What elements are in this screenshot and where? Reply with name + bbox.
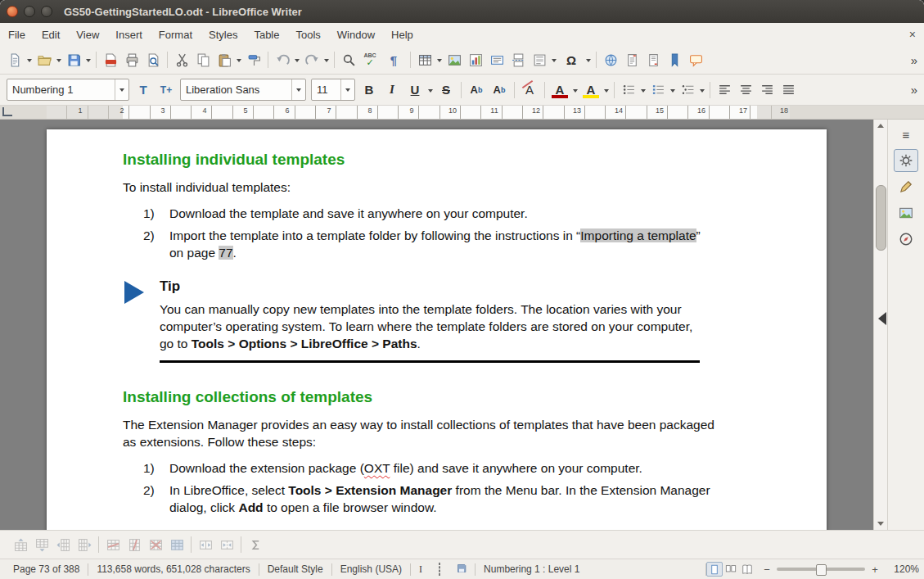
document-canvas[interactable]: Installing individual templates To insta… — [0, 120, 873, 530]
document-content[interactable]: Installing individual templates To insta… — [47, 129, 778, 516]
open-file-icon[interactable] — [34, 49, 55, 70]
paste-dropdown[interactable] — [235, 49, 243, 70]
tab-stop-selector-icon[interactable] — [2, 107, 12, 116]
font-name-dropdown[interactable] — [291, 79, 305, 100]
new-style-icon[interactable]: T+ — [155, 79, 178, 101]
window-close-button[interactable] — [7, 6, 18, 17]
page-number-field[interactable]: 77 — [219, 246, 232, 260]
superscript-button[interactable]: Ab — [465, 79, 488, 101]
list-text[interactable]: Import the template into a template fold… — [169, 227, 710, 261]
intro-paragraph-1[interactable]: To install individual templates: — [123, 179, 778, 196]
sidebar-properties-icon[interactable] — [894, 149, 918, 172]
select-table-icon[interactable] — [166, 534, 187, 555]
new-document-icon[interactable] — [4, 49, 25, 70]
insert-chart-icon[interactable] — [465, 49, 486, 70]
heading-installing-individual-templates[interactable]: Installing individual templates — [123, 150, 778, 170]
window-maximize-button[interactable] — [41, 6, 52, 17]
redo-dropdown[interactable] — [322, 49, 331, 70]
numbered-list-icon[interactable] — [647, 79, 669, 101]
align-justify-icon[interactable] — [778, 79, 799, 101]
spelling-icon[interactable]: ABC ✓ — [359, 49, 381, 70]
bullet-list-dropdown[interactable] — [639, 79, 647, 101]
text-language[interactable]: English (USA) — [332, 563, 410, 575]
save-dropdown[interactable] — [84, 49, 92, 70]
align-center-icon[interactable] — [735, 79, 756, 101]
align-left-icon[interactable] — [714, 79, 735, 101]
delete-column-icon[interactable] — [124, 534, 145, 555]
document-close-button[interactable]: × — [909, 28, 916, 41]
list-item[interactable]: 2) Import the template into a template f… — [143, 227, 778, 261]
font-size-combobox[interactable]: 11 — [311, 79, 355, 101]
font-size-value[interactable]: 11 — [312, 84, 340, 96]
menu-view[interactable]: View — [68, 25, 107, 45]
insert-row-above-icon[interactable] — [10, 534, 31, 555]
zoom-slider-handle[interactable] — [816, 564, 827, 576]
cross-reference-field[interactable]: Importing a template — [580, 228, 696, 242]
insert-image-icon[interactable] — [444, 49, 465, 70]
font-color-dropdown[interactable] — [571, 79, 579, 101]
underline-dropdown[interactable] — [426, 79, 435, 101]
multi-page-view-icon[interactable] — [723, 562, 739, 577]
zoom-out-button[interactable]: − — [762, 563, 772, 576]
book-view-icon[interactable] — [739, 562, 755, 577]
list-text[interactable]: In LibreOffice, select Tools > Extension… — [169, 482, 734, 516]
menu-file[interactable]: File — [0, 25, 34, 45]
tip-text[interactable]: You can manually copy new templates into… — [160, 301, 700, 352]
bullet-list-icon[interactable] — [618, 79, 639, 101]
page-indicator[interactable]: Page 73 of 388 — [5, 563, 88, 575]
document-modified-icon[interactable] — [448, 563, 475, 576]
insert-table-icon[interactable] — [414, 49, 435, 70]
list-text[interactable]: Download the extension package (OXT file… — [169, 459, 734, 477]
document-page[interactable]: Installing individual templates To insta… — [47, 129, 827, 530]
scroll-up-button[interactable] — [874, 120, 887, 132]
numbered-list-dropdown[interactable] — [669, 79, 677, 101]
print-preview-icon[interactable] — [142, 49, 164, 70]
paragraph-style-combobox[interactable]: Numbering 1 — [7, 79, 129, 101]
menu-window[interactable]: Window — [329, 25, 383, 45]
zoom-percentage[interactable]: 120% — [886, 563, 919, 575]
font-name-value[interactable]: Liberation Sans — [181, 84, 291, 96]
insert-page-break-icon[interactable] — [507, 49, 529, 70]
window-minimize-button[interactable] — [24, 6, 35, 17]
clear-formatting-button[interactable]: A — [518, 79, 541, 101]
sum-icon[interactable] — [245, 534, 266, 555]
export-pdf-icon[interactable] — [100, 49, 121, 70]
insert-footnote-icon[interactable] — [621, 49, 642, 70]
font-color-button[interactable]: A — [548, 79, 571, 101]
insert-table-dropdown[interactable] — [435, 49, 444, 70]
selection-mode-icon[interactable] — [430, 563, 448, 575]
special-character-dropdown[interactable] — [584, 49, 593, 70]
paragraph-style-value[interactable]: Numbering 1 — [7, 84, 115, 96]
paste-icon[interactable] — [214, 49, 235, 70]
sidebar-styles-icon[interactable] — [894, 175, 918, 198]
intro-paragraph-2[interactable]: The Extension Manager provides an easy w… — [123, 416, 716, 450]
print-icon[interactable] — [121, 49, 142, 70]
menu-insert[interactable]: Insert — [107, 25, 151, 45]
menu-table[interactable]: Table — [246, 25, 287, 45]
insert-hyperlink-icon[interactable] — [600, 49, 621, 70]
delete-row-icon[interactable] — [102, 534, 124, 555]
formatting-marks-icon[interactable]: ¶ — [381, 49, 407, 70]
list-item[interactable]: 2) In LibreOffice, select Tools > Extens… — [143, 482, 778, 516]
insert-endnote-icon[interactable] — [642, 49, 664, 70]
split-cells-icon[interactable] — [216, 534, 237, 555]
insert-field-dropdown[interactable] — [550, 49, 558, 70]
zoom-slider[interactable] — [777, 568, 865, 571]
highlight-color-button[interactable]: A — [579, 79, 602, 101]
outline-list-icon[interactable] — [677, 79, 698, 101]
tip-note[interactable]: Tip You can manually copy new templates … — [124, 278, 778, 363]
list-item[interactable]: 1) Download the extension package (OXT f… — [143, 459, 778, 477]
copy-icon[interactable] — [192, 49, 214, 70]
open-file-dropdown[interactable] — [55, 49, 63, 70]
sidebar-settings-icon[interactable]: ≡ — [894, 123, 918, 146]
insert-row-below-icon[interactable] — [31, 534, 52, 555]
highlight-color-dropdown[interactable] — [602, 79, 611, 101]
menu-help[interactable]: Help — [383, 25, 421, 45]
sidebar-collapse-handle[interactable] — [878, 312, 886, 325]
page-style[interactable]: Default Style — [259, 563, 331, 575]
delete-table-icon[interactable] — [145, 534, 166, 555]
update-style-icon[interactable]: T — [132, 79, 155, 101]
undo-dropdown[interactable] — [293, 49, 301, 70]
insert-text-box-icon[interactable] — [486, 49, 507, 70]
scrollbar-thumb[interactable] — [876, 185, 886, 251]
